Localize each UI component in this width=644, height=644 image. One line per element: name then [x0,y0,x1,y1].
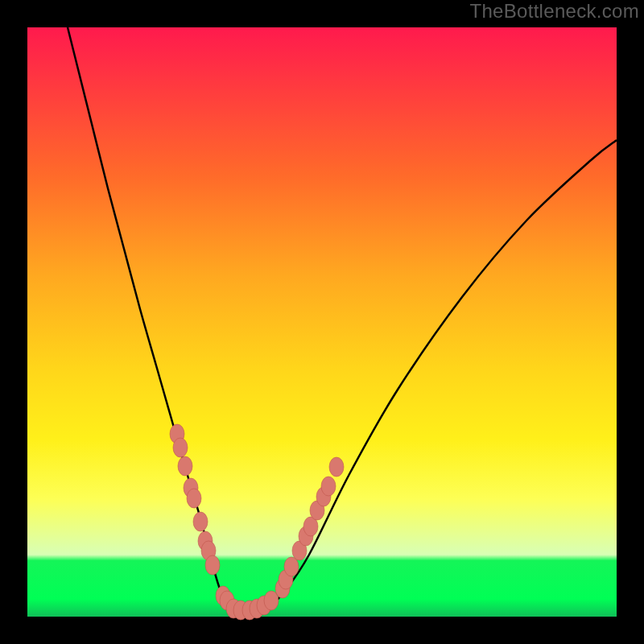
curve-svg [27,27,617,617]
data-marker [173,438,188,457]
data-marker [187,489,201,508]
chart-frame: TheBottleneck.com [0,0,644,644]
marker-group [170,424,344,620]
data-marker [321,477,336,496]
data-marker [193,512,208,531]
bottleneck-curve [68,27,617,612]
data-marker [329,457,344,477]
data-marker [284,557,299,576]
plot-area [27,27,617,617]
data-marker [178,456,192,476]
data-marker [205,555,220,575]
attribution-text: TheBottleneck.com [469,0,639,23]
